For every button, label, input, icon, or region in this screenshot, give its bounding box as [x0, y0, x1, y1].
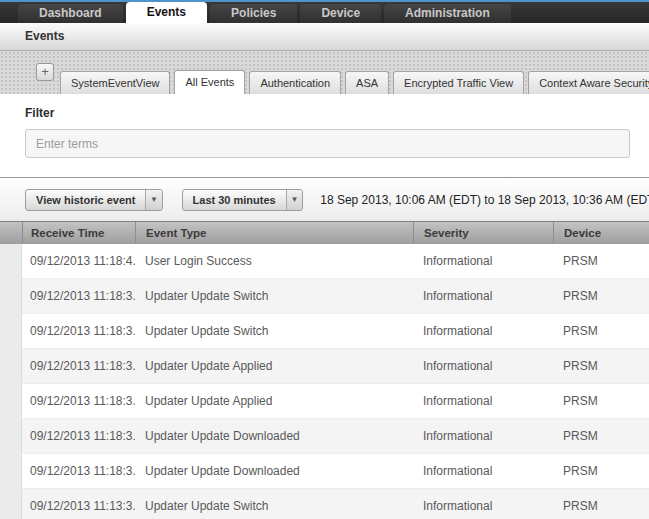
table-body: 09/12/2013 11:18:4... User Login Success…: [0, 244, 649, 519]
row-gutter-cell: [0, 489, 22, 519]
cell-receive-time: 09/12/2013 11:18:3...: [22, 419, 135, 453]
table-row[interactable]: 09/12/2013 11:18:3... Updater Update Dow…: [0, 454, 649, 489]
view-tab-context-aware-security[interactable]: Context Aware Security: [528, 71, 649, 94]
table-row[interactable]: 09/12/2013 11:18:4... User Login Success…: [0, 244, 649, 279]
nav-tab-events[interactable]: Events: [126, 2, 207, 23]
view-tab-encrypted-traffic-view[interactable]: Encrypted Traffic View: [393, 71, 524, 94]
chevron-down-icon: ▾: [145, 190, 161, 210]
cell-receive-time: 09/12/2013 11:18:3...: [22, 384, 135, 418]
chevron-down-icon: ▾: [286, 190, 303, 210]
cell-receive-time: 09/12/2013 11:18:3...: [22, 349, 135, 383]
cell-severity: Informational: [413, 314, 553, 348]
cell-device: PRSM: [553, 454, 649, 488]
cell-event-type: Updater Update Downloaded: [135, 454, 413, 488]
cell-device: PRSM: [553, 384, 649, 418]
cell-event-type: Updater Update Switch: [135, 314, 413, 348]
table-row[interactable]: 09/12/2013 11:13:3... Updater Update Swi…: [0, 489, 649, 519]
cell-event-type: Updater Update Downloaded: [135, 419, 413, 453]
events-table: Receive Time Event Type Severity Device …: [0, 221, 649, 519]
cell-severity: Informational: [413, 489, 553, 519]
cell-severity: Informational: [413, 384, 553, 418]
cell-device: PRSM: [553, 244, 649, 278]
nav-tab-policies[interactable]: Policies: [210, 4, 297, 23]
row-gutter-cell: [0, 454, 22, 488]
table-row[interactable]: 09/12/2013 11:18:3... Updater Update Swi…: [0, 314, 649, 349]
row-gutter-cell: [0, 349, 22, 383]
historic-event-dropdown-value: View historic event: [26, 190, 145, 210]
cell-device: PRSM: [553, 349, 649, 383]
cell-severity: Informational: [413, 454, 553, 488]
cell-severity: Informational: [413, 349, 553, 383]
cell-event-type: Updater Update Applied: [135, 349, 413, 383]
top-nav-bar: Dashboard Events Policies Device Adminis…: [0, 0, 649, 23]
nav-tab-dashboard[interactable]: Dashboard: [18, 4, 123, 23]
row-gutter-cell: [0, 419, 22, 453]
filter-input[interactable]: [25, 129, 630, 158]
table-row[interactable]: 09/12/2013 11:18:3... Updater Update App…: [0, 384, 649, 419]
view-tab-systemeventview[interactable]: SystemEventView: [60, 71, 170, 94]
table-row[interactable]: 09/12/2013 11:18:3... Updater Update Dow…: [0, 419, 649, 454]
event-toolbar: View historic event ▾ Last 30 minutes ▾ …: [0, 177, 649, 221]
view-tab-authentication[interactable]: Authentication: [249, 71, 341, 94]
column-header-receive-time[interactable]: Receive Time: [22, 222, 135, 244]
historic-event-dropdown[interactable]: View historic event ▾: [25, 189, 163, 211]
table-header-row: Receive Time Event Type Severity Device: [0, 221, 649, 244]
cell-device: PRSM: [553, 314, 649, 348]
row-gutter-cell: [0, 244, 22, 278]
cell-receive-time: 09/12/2013 11:18:3...: [22, 454, 135, 488]
cell-device: PRSM: [553, 419, 649, 453]
page-title: Events: [25, 29, 64, 43]
cell-receive-time: 09/12/2013 11:13:3...: [22, 489, 135, 519]
view-tab-strip: + SystemEventView All Events Authenticat…: [0, 51, 649, 94]
time-range-dropdown-value: Last 30 minutes: [183, 190, 286, 210]
breadcrumb: Events: [0, 23, 649, 51]
plus-icon: +: [41, 64, 49, 79]
time-range-dropdown[interactable]: Last 30 minutes ▾: [182, 189, 304, 211]
column-header-device[interactable]: Device: [553, 222, 649, 244]
table-row[interactable]: 09/12/2013 11:18:3... Updater Update Swi…: [0, 279, 649, 314]
row-gutter-cell: [0, 279, 22, 313]
filter-section: Filter: [0, 94, 649, 177]
cell-event-type: Updater Update Applied: [135, 384, 413, 418]
cell-event-type: User Login Success: [135, 244, 413, 278]
add-view-button[interactable]: +: [36, 63, 54, 81]
nav-tab-administration[interactable]: Administration: [384, 4, 511, 23]
column-header-severity[interactable]: Severity: [413, 222, 553, 244]
header-gutter-cell: [0, 222, 22, 244]
column-header-event-type[interactable]: Event Type: [135, 222, 413, 244]
cell-severity: Informational: [413, 419, 553, 453]
cell-event-type: Updater Update Switch: [135, 489, 413, 519]
nav-tab-device[interactable]: Device: [300, 4, 381, 23]
cell-device: PRSM: [553, 279, 649, 313]
cell-severity: Informational: [413, 279, 553, 313]
cell-receive-time: 09/12/2013 11:18:4...: [22, 244, 135, 278]
date-range-text: 18 Sep 2013, 10:06 AM (EDT) to 18 Sep 20…: [320, 193, 649, 207]
filter-label: Filter: [25, 106, 649, 120]
row-gutter-cell: [0, 314, 22, 348]
view-tab-all-events[interactable]: All Events: [174, 70, 245, 94]
cell-receive-time: 09/12/2013 11:18:3...: [22, 314, 135, 348]
view-tab-asa[interactable]: ASA: [345, 71, 389, 94]
row-gutter-cell: [0, 384, 22, 418]
cell-device: PRSM: [553, 489, 649, 519]
cell-event-type: Updater Update Switch: [135, 279, 413, 313]
table-row[interactable]: 09/12/2013 11:18:3... Updater Update App…: [0, 349, 649, 384]
cell-severity: Informational: [413, 244, 553, 278]
cell-receive-time: 09/12/2013 11:18:3...: [22, 279, 135, 313]
